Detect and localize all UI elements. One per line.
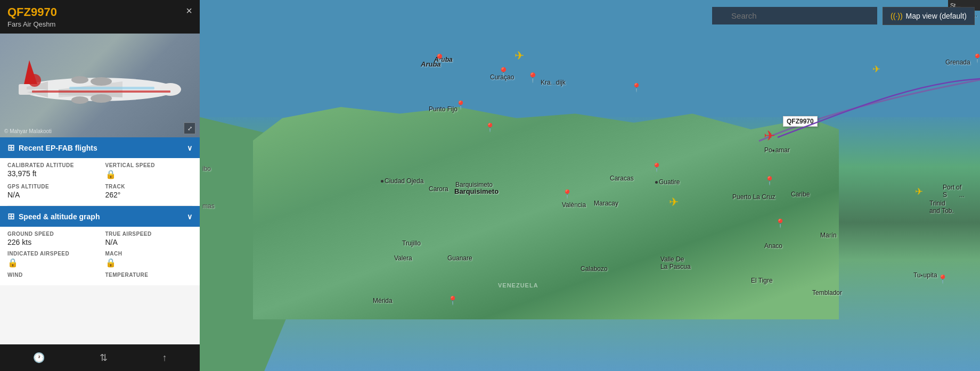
aircraft-yellow-3: ✈ (915, 186, 923, 197)
recent-flights-label: Recent EP-FAB flights (19, 144, 97, 152)
svg-point-7 (71, 96, 88, 104)
speed-graph-header[interactable]: ⊞ Speed & altitude graph ∨ (0, 206, 200, 227)
svg-point-8 (91, 77, 112, 86)
altitude-data-section: CALIBRATED ALTITUDE 33,975 ft VERTICAL S… (0, 158, 200, 205)
aircraft-photo: © Mahyar Malakooti ⤢ (0, 34, 200, 137)
pin-co: 📍 (485, 122, 495, 133)
vertical-speed-value: 🔒 (105, 169, 193, 179)
recent-flights-chevron: ∨ (187, 144, 192, 152)
ground-speed-label: GROUND SPEED (7, 231, 95, 237)
flight-label-popup: QFZ9970 (783, 116, 818, 127)
map-container[interactable]: Aruba Curaçao Kra...dijk Punto Fijo Ciud… (200, 0, 980, 371)
mach-value: 🔒 (105, 258, 193, 268)
wind-label: WIND (7, 272, 95, 278)
true-airspeed-value: N/A (105, 238, 193, 246)
vertical-split-button[interactable]: ⇅ (96, 349, 111, 367)
grid-icon: ⊞ (7, 143, 14, 153)
pin-ocean1: 📍 (631, 83, 642, 93)
sidebar: QFZ9970 Fars Air Qeshm × (0, 0, 200, 371)
aircraft-yellow-2: ✈ (669, 195, 679, 209)
pin-valencia: 📍 (562, 189, 573, 199)
pin-curacao: 📍 (497, 67, 509, 78)
city-aruba-styled: Aruba (421, 60, 441, 68)
track-item: TRACK 262° (105, 184, 193, 199)
broadcast-icon: ((·)) (891, 12, 903, 20)
indicated-airspeed-item: INDICATED AIRSPEED 🔒 (7, 251, 95, 268)
svg-rect-13 (69, 87, 154, 89)
map-view-label: Map view (default) (906, 12, 967, 20)
svg-point-9 (71, 76, 88, 84)
indicated-airspeed-label: INDICATED AIRSPEED (7, 251, 95, 257)
copyright-text: © Mahyar Malakooti (4, 128, 52, 134)
sidebar-header: QFZ9970 Fars Air Qeshm × (0, 0, 200, 34)
close-button[interactable]: × (186, 5, 192, 16)
pin-kra: 📍 (527, 72, 538, 84)
speed-data-section: GROUND SPEED 226 kts TRUE AIRSPEED N/A I… (0, 227, 200, 285)
temperature-item: TEMPERATURE (105, 272, 193, 279)
calibrated-altitude-value: 33,975 ft (7, 169, 95, 178)
mach-label: MACH (105, 251, 193, 257)
up-arrow-button[interactable]: ↑ (159, 349, 170, 367)
pin-barinas: 📍 (447, 295, 458, 306)
speed-graph-label: Speed & altitude graph (19, 212, 100, 221)
speed-grid-icon: ⊞ (7, 211, 14, 221)
vertical-speed-item: VERTICAL SPEED 🔒 (105, 162, 193, 179)
true-airspeed-label: TRUE AIRSPEED (105, 231, 193, 237)
true-airspeed-item: TRUE AIRSPEED N/A (105, 231, 193, 246)
wind-item: WIND (7, 272, 95, 279)
flight-id: QFZ9970 (7, 5, 57, 19)
aircraft-yellow-1: ✈ (514, 49, 524, 63)
pin-grenada: 📍 (972, 53, 980, 63)
pin-tucupita: 📍 (937, 274, 948, 284)
clock-button[interactable]: 🕐 (30, 349, 48, 367)
aircraft-qfz9970[interactable]: ✈ (764, 128, 775, 144)
track-label: TRACK (105, 184, 193, 189)
pin-punto-fijo: 📍 (455, 100, 466, 110)
flight-info: QFZ9970 Fars Air Qeshm (7, 5, 57, 28)
ground-speed-item: GROUND SPEED 226 kts (7, 231, 95, 246)
temperature-label: TEMPERATURE (105, 272, 193, 278)
speed-graph-chevron: ∨ (187, 212, 192, 221)
pin-ocean2: 📍 (651, 162, 662, 172)
recent-flights-header[interactable]: ⊞ Recent EP-FAB flights ∨ (0, 137, 200, 158)
gps-altitude-item: GPS ALTITUDE N/A (7, 184, 95, 199)
calibrated-altitude-label: CALIBRATED ALTITUDE (7, 162, 95, 168)
gps-altitude-value: N/A (7, 191, 95, 199)
pin-guayana: 📍 (775, 218, 786, 228)
track-value: 262° (105, 191, 193, 199)
land-venezuela (253, 96, 839, 319)
search-container[interactable]: 🔍 (712, 7, 877, 24)
gps-altitude-label: GPS ALTITUDE (7, 184, 95, 189)
flight-label-text: QFZ9970 (787, 118, 814, 125)
svg-point-12 (28, 74, 41, 87)
bottom-toolbar: 🕐 ⇅ ↑ (0, 344, 200, 371)
vertical-speed-label: VERTICAL SPEED (105, 162, 193, 168)
city-barquisimeto-main: Barquisimeto (454, 187, 499, 195)
airline-name: Fars Air Qeshm (7, 20, 57, 28)
svg-point-1 (160, 83, 181, 96)
calibrated-altitude-item: CALIBRATED ALTITUDE 33,975 ft (7, 162, 95, 179)
svg-rect-14 (32, 90, 170, 93)
map-view-button[interactable]: ((·)) Map view (default) (883, 7, 975, 25)
aircraft-yellow-4: ✈ (872, 63, 880, 75)
indicated-airspeed-value: 🔒 (7, 258, 95, 268)
aircraft-silhouette (16, 55, 181, 124)
ground-speed-value: 226 kts (7, 238, 95, 246)
pin-puerto: 📍 (764, 176, 775, 186)
mach-item: MACH 🔒 (105, 251, 193, 268)
svg-point-6 (91, 94, 112, 103)
search-input[interactable] (712, 7, 877, 24)
expand-photo-button[interactable]: ⤢ (184, 122, 195, 134)
